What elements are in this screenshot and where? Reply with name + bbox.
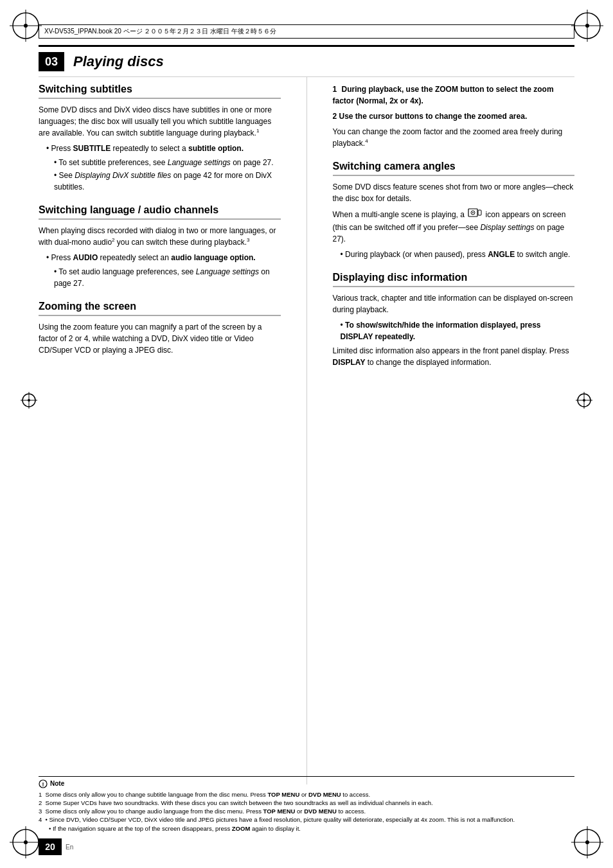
svg-point-26 bbox=[472, 212, 474, 213]
footnotes-area: ! Note 1 Some discs only allow you to ch… bbox=[39, 776, 574, 833]
step-1-number: 1 bbox=[333, 85, 337, 94]
zoom-body: Using the zoom feature you can magnify a… bbox=[39, 321, 281, 356]
footnote-2-text: 2 Some Super VCDs have two soundtracks. … bbox=[39, 799, 574, 807]
svg-text:!: ! bbox=[42, 781, 44, 788]
section-heading-audio: Switching language / audio channels bbox=[39, 204, 281, 220]
meta-text: XV-DV535_IPPAN.book 20 ページ ２００５年２月２３日 水曜… bbox=[44, 27, 276, 36]
section-heading-disc-info: Displaying disc information bbox=[333, 272, 575, 287]
page-number-area: 20 En bbox=[39, 838, 73, 855]
column-divider bbox=[306, 77, 307, 784]
meta-bar: XV-DV535_IPPAN.book 20 ページ ２００５年２月２３日 水曜… bbox=[39, 24, 574, 39]
footnote-3-text: 3 Some discs only allow you to change au… bbox=[39, 807, 574, 815]
note-title: Note bbox=[50, 780, 64, 787]
left-column: Switching subtitles Some DVD discs and D… bbox=[39, 77, 287, 784]
disc-info-bullet: To show/switch/hide the information disp… bbox=[333, 319, 575, 342]
footnote-1-text: 1 Some discs only allow you to change su… bbox=[39, 790, 574, 799]
chapter-title: Playing discs bbox=[73, 53, 164, 70]
disc-info-body: Various track, chapter and title informa… bbox=[333, 292, 575, 315]
footnote-4-text: 4 • Since DVD, Video CD/Super VCD, DivX … bbox=[39, 815, 574, 824]
angles-bullet: During playback (or when paused), press … bbox=[333, 249, 575, 260]
mid-mark-left bbox=[19, 391, 39, 410]
svg-rect-27 bbox=[478, 210, 481, 215]
section-heading-angles: Switching camera angles bbox=[333, 161, 575, 176]
section-heading-zoom: Zooming the screen bbox=[39, 301, 281, 316]
footnote-4b-text: • If the navigation square at the top of… bbox=[39, 824, 574, 833]
audio-bullet-main: Press AUDIO repeatedly select an audio l… bbox=[39, 252, 281, 263]
chapter-number: 03 bbox=[39, 52, 64, 71]
step-1: 1 During playback, use the ZOOM button t… bbox=[333, 84, 575, 107]
angle-icon bbox=[468, 208, 482, 222]
subtitle-sub-2: See Displaying DivX subtitle files on pa… bbox=[39, 170, 281, 193]
main-content: Switching subtitles Some DVD discs and D… bbox=[39, 77, 574, 784]
audio-body: When playing discs recorded with dialog … bbox=[39, 225, 281, 248]
step-2-number: 2 Use the cursor buttons to change the z… bbox=[333, 112, 528, 121]
section-heading-subtitles: Switching subtitles bbox=[39, 84, 281, 99]
footnote-3: 3 bbox=[247, 237, 249, 243]
page-lang: En bbox=[66, 844, 73, 851]
angles-body-2: When a multi-angle scene is playing, a i… bbox=[333, 208, 575, 245]
step-2: 2 Use the cursor buttons to change the z… bbox=[333, 111, 575, 122]
page-number: 20 bbox=[39, 838, 62, 855]
right-column: 1 During playback, use the ZOOM button t… bbox=[326, 77, 575, 784]
note-label: ! Note bbox=[39, 779, 574, 788]
subtitles-body: Some DVD discs and DivX video discs have… bbox=[39, 104, 281, 139]
footnote-1: 1 bbox=[256, 128, 259, 134]
angles-body-1: Some DVD discs feature scenes shot from … bbox=[333, 181, 575, 204]
step-2-body: You can change the zoom factor and the z… bbox=[333, 126, 575, 149]
chapter-header: 03 Playing discs bbox=[39, 45, 574, 77]
footnote-4: 4 bbox=[365, 138, 368, 144]
mid-mark-right bbox=[574, 391, 594, 410]
footnote-2: 2 bbox=[112, 237, 114, 243]
audio-sub-1: To set audio language preferences, see L… bbox=[39, 266, 281, 289]
subtitle-sub-1: To set subtitle preferences, see Languag… bbox=[39, 157, 281, 168]
disc-info-sub: Limited disc information also appears in… bbox=[333, 345, 575, 368]
subtitle-bullet-main: Press SUBTITLE repeatedly to select a su… bbox=[39, 143, 281, 154]
step-1-label: During playback, use the ZOOM button to … bbox=[333, 85, 554, 105]
